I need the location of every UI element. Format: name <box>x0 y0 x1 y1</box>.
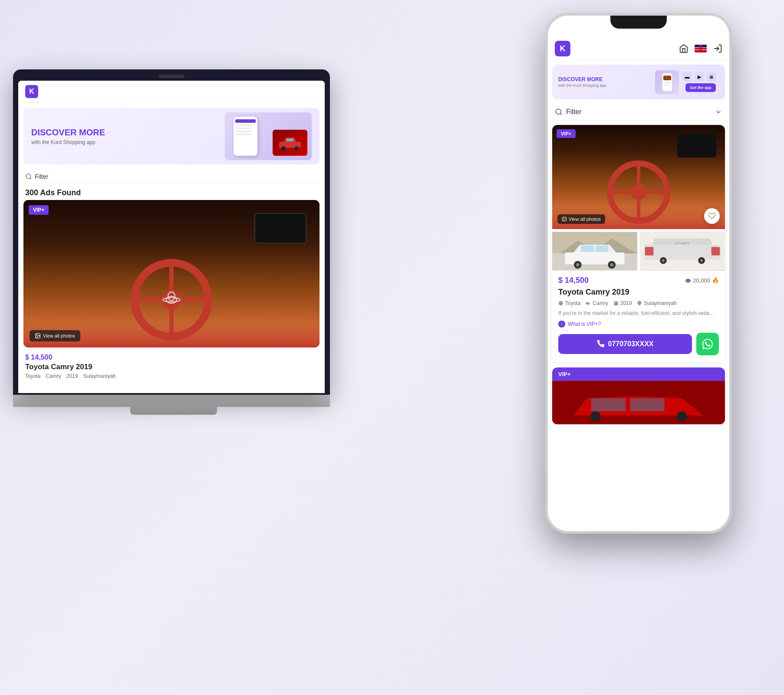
phone-language-selector[interactable] <box>695 45 707 52</box>
svg-point-60 <box>639 302 640 304</box>
phone-whatsapp-button[interactable] <box>696 333 719 355</box>
svg-point-22 <box>556 109 561 114</box>
laptop-banner-image <box>225 112 312 160</box>
heart-icon <box>708 212 716 220</box>
svg-line-23 <box>560 113 561 115</box>
phone-banner-left: DISCOVER MORE with the Kurd Shopping app <box>558 76 655 88</box>
laptop-car-meta: Toyota Camry 2019 Sulaymaniyah <box>25 373 318 379</box>
phone-banner-subtitle: with the Kurd Shopping app <box>558 83 655 88</box>
svg-point-54 <box>560 302 562 304</box>
view-photos-icon <box>562 216 567 222</box>
laptop-logo[interactable]: K <box>25 85 38 98</box>
phone-thumb-2[interactable]: CAMRY <box>640 232 725 271</box>
laptop-view-photos-btn[interactable]: View all photos <box>30 330 80 341</box>
phone-dash-screen <box>677 134 716 157</box>
photos-icon <box>35 333 41 339</box>
phone-login-icon[interactable] <box>713 44 722 53</box>
laptop-filter-label: Filter <box>35 173 48 180</box>
phone-filter-bar[interactable]: Filter <box>548 104 729 121</box>
phone-inner: K <box>548 16 729 531</box>
svg-point-64 <box>590 411 601 422</box>
phone-view-count: 20,000 <box>693 277 710 284</box>
laptop-banner: DISCOVER MORE with the Kurd Shopping app <box>23 108 320 164</box>
svg-point-7 <box>162 290 181 309</box>
svg-point-49 <box>662 259 665 262</box>
phone-home-icon[interactable] <box>679 44 688 53</box>
phone-car-thumbnails: CAMRY <box>552 229 725 271</box>
play-store-icon[interactable]: ▶ <box>695 72 704 82</box>
whatsapp-icon <box>702 339 713 349</box>
laptop-meta-model: Camry <box>46 373 61 379</box>
svg-point-31 <box>563 218 564 219</box>
phone-notch <box>610 16 667 29</box>
svg-rect-37 <box>596 246 608 252</box>
phone-call-button[interactable]: 0770703XXXX <box>558 334 692 354</box>
svg-text:CAMRY: CAMRY <box>675 241 690 246</box>
svg-point-2 <box>294 146 299 151</box>
laptop-banner-title: DISCOVER MORE <box>31 127 105 138</box>
svg-rect-21 <box>663 84 669 85</box>
phone-car-interior <box>552 125 725 229</box>
phone-notch-area <box>548 16 729 37</box>
phone-views: 20,000 🔥 <box>685 277 719 284</box>
phone-cta-row: 0770703XXXX <box>558 333 719 355</box>
svg-rect-36 <box>581 246 594 252</box>
phone-banner-right: ▬ ▶ Get the app <box>655 70 719 94</box>
svg-point-51 <box>700 259 703 262</box>
phone-car-title: Toyota Camry 2019 <box>558 288 719 297</box>
meta-year: 2019 <box>613 300 632 306</box>
phone-filter-left: Filter <box>555 108 582 116</box>
info-icon: i <box>558 321 565 328</box>
laptop-dashboard-screen <box>254 213 306 243</box>
meta-location: Sulaymaniyah <box>637 300 676 306</box>
svg-rect-35 <box>565 252 624 264</box>
svg-rect-62 <box>591 398 626 411</box>
laptop-meta-location: Sulaymaniyah <box>83 373 115 379</box>
phone-car-card-2[interactable]: VIP+ <box>552 367 725 424</box>
phone-car-meta: Toyota Camry 2019 <box>558 300 719 306</box>
svg-rect-55 <box>588 304 589 305</box>
laptop-meta-brand: Toyota <box>25 373 40 379</box>
laptop-header: K <box>18 81 325 103</box>
svg-rect-3 <box>287 138 293 141</box>
laptop-device: K DISCOVER MORE with the Kurd Shopping a… <box>13 69 334 425</box>
meta-model: Camry <box>586 300 608 306</box>
phone-car-card-1[interactable]: VIP+ View all photos <box>552 125 725 362</box>
phone-heart-btn[interactable] <box>704 208 720 224</box>
get-app-button[interactable]: Get the app <box>685 83 716 92</box>
svg-rect-46 <box>712 247 720 256</box>
phone-view-photos-btn[interactable]: View all photos <box>557 214 605 224</box>
eye-icon <box>685 278 691 284</box>
car-icon <box>586 301 591 306</box>
mock-car-mini <box>273 130 307 156</box>
laptop-car-card[interactable]: VIP+ <box>23 200 320 348</box>
apple-icon <box>709 74 714 79</box>
store-icons: ▬ ▶ <box>682 72 716 82</box>
phone-view-photos-label: View all photos <box>569 216 601 222</box>
laptop-car-title: Toyota Camry 2019 <box>25 363 318 371</box>
phone-price-row: $ 14,500 20,000 🔥 <box>558 276 719 285</box>
apple-store-icon[interactable] <box>707 72 716 82</box>
laptop-car-info: $ 14,500 Toyota Camry 2019 Toyota Camry … <box>18 348 325 381</box>
phone-vip2-image <box>552 381 725 424</box>
laptop-screen-outer: K DISCOVER MORE with the Kurd Shopping a… <box>13 69 330 395</box>
svg-point-52 <box>687 280 689 282</box>
laptop-stand <box>130 407 217 415</box>
phone-content: VIP+ View all photos <box>548 121 729 429</box>
meta-brand: Toyota <box>558 300 580 306</box>
svg-rect-63 <box>630 398 665 411</box>
phone-logo[interactable]: K <box>555 41 570 56</box>
laptop-banner-text: DISCOVER MORE with the Kurd Shopping app <box>31 127 105 145</box>
phone-call-number: 0770703XXXX <box>608 340 654 348</box>
view-photos-label: View all photos <box>43 333 75 338</box>
phone-chevron-down-icon[interactable] <box>715 108 722 116</box>
brand-icon <box>558 301 563 306</box>
windows-store-icon[interactable]: ▬ <box>682 72 692 82</box>
laptop-filter-bar[interactable]: Filter <box>18 170 325 184</box>
phone-car-main-image: VIP+ View all photos <box>552 125 725 229</box>
phone-thumb-1[interactable] <box>552 232 637 271</box>
phone-vip2-badge: VIP+ <box>552 367 725 381</box>
what-is-vip[interactable]: i What is VIP+? <box>558 321 719 328</box>
flag-icon <box>695 45 707 52</box>
svg-rect-19 <box>663 75 671 80</box>
